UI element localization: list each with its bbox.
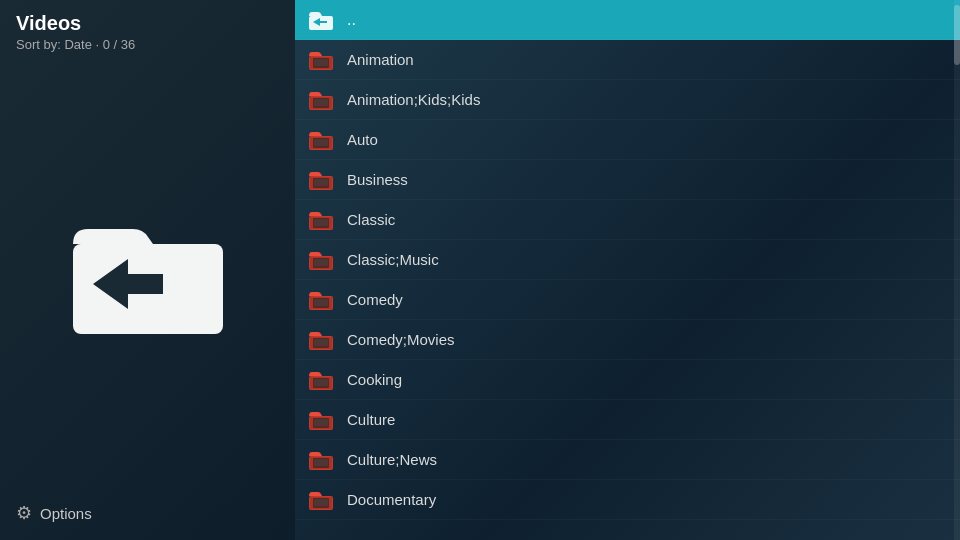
svg-rect-15	[314, 139, 328, 146]
svg-rect-47	[314, 459, 328, 466]
svg-rect-31	[314, 299, 328, 306]
scrollbar-track[interactable]	[954, 0, 960, 540]
sidebar-options[interactable]: ⚙ Options	[16, 502, 92, 524]
list-item[interactable]: Auto	[295, 120, 960, 160]
folder-icon-business	[307, 166, 335, 194]
list-item-label-cooking: Cooking	[347, 371, 402, 388]
list-item-label-classic-music: Classic;Music	[347, 251, 439, 268]
folder-icon-animation	[307, 46, 335, 74]
svg-rect-11	[314, 99, 328, 106]
svg-rect-23	[314, 219, 328, 226]
scrollbar-thumb[interactable]	[954, 5, 960, 65]
list-item-label-animation: Animation	[347, 51, 414, 68]
list-item[interactable]: Cooking	[295, 360, 960, 400]
list-item[interactable]: Classic;Music	[295, 240, 960, 280]
list-item[interactable]: ..	[295, 0, 960, 40]
list-item-label-comedy-movies: Comedy;Movies	[347, 331, 455, 348]
folder-icon-classic	[307, 206, 335, 234]
back-folder-icon	[307, 6, 335, 34]
sidebar-header: Videos Sort by: Date · 0 / 36	[16, 12, 135, 52]
gear-icon: ⚙	[16, 502, 32, 524]
list-item[interactable]: Animation	[295, 40, 960, 80]
options-label: Options	[40, 505, 92, 522]
list-item-label-animation-kids: Animation;Kids;Kids	[347, 91, 480, 108]
folder-icon-animation-kids	[307, 86, 335, 114]
list-item[interactable]: Business	[295, 160, 960, 200]
svg-rect-35	[314, 339, 328, 346]
svg-rect-7	[314, 59, 328, 66]
list-item[interactable]: Comedy;Movies	[295, 320, 960, 360]
list-item[interactable]: Comedy	[295, 280, 960, 320]
list-item-label-culture: Culture	[347, 411, 395, 428]
back-label: ..	[347, 11, 356, 29]
svg-rect-43	[314, 419, 328, 426]
list-item-label-classic: Classic	[347, 211, 395, 228]
list-container[interactable]: .. Animation	[295, 0, 960, 540]
svg-rect-27	[314, 259, 328, 266]
list-item[interactable]: Culture;News	[295, 440, 960, 480]
folder-icon-classic-music	[307, 246, 335, 274]
list-item[interactable]: Documentary	[295, 480, 960, 520]
svg-rect-19	[314, 179, 328, 186]
sidebar-icon-area	[16, 60, 279, 488]
list-item-label-comedy: Comedy	[347, 291, 403, 308]
list-item-label-auto: Auto	[347, 131, 378, 148]
svg-rect-39	[314, 379, 328, 386]
main-content: .. Animation	[295, 0, 960, 540]
folder-icon-auto	[307, 126, 335, 154]
sidebar-subtitle: Sort by: Date · 0 / 36	[16, 37, 135, 52]
folder-icon-comedy-movies	[307, 326, 335, 354]
folder-icon-culture-news	[307, 446, 335, 474]
folder-icon-comedy	[307, 286, 335, 314]
sidebar-title: Videos	[16, 12, 135, 35]
list-item-label-documentary: Documentary	[347, 491, 436, 508]
folder-back-icon	[68, 209, 228, 339]
folder-icon-documentary	[307, 486, 335, 514]
folder-icon-cooking	[307, 366, 335, 394]
svg-rect-51	[314, 499, 328, 506]
list-item[interactable]: Classic	[295, 200, 960, 240]
list-item-label-business: Business	[347, 171, 408, 188]
folder-icon-culture	[307, 406, 335, 434]
list-item[interactable]: Culture	[295, 400, 960, 440]
list-item[interactable]: Animation;Kids;Kids	[295, 80, 960, 120]
sidebar: Videos Sort by: Date · 0 / 36 ⚙ Options	[0, 0, 295, 540]
list-item-label-culture-news: Culture;News	[347, 451, 437, 468]
